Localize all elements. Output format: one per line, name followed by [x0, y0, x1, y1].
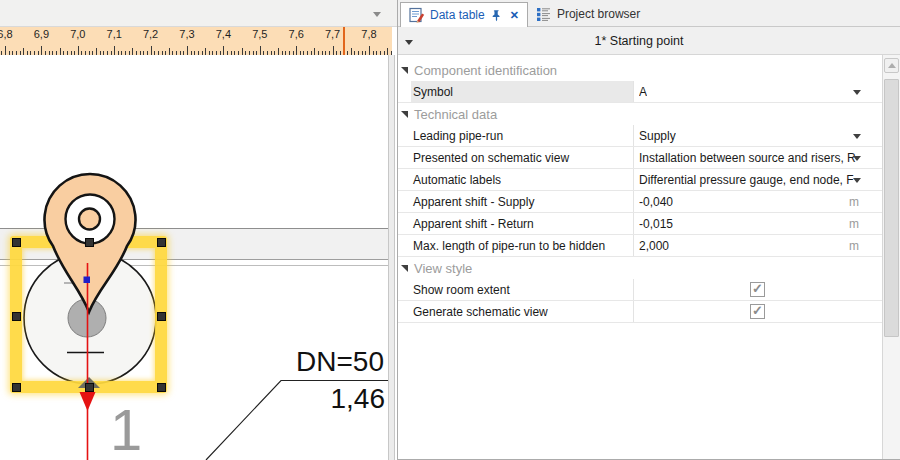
selection-header: 1* Starting point	[398, 27, 900, 55]
chevron-down-icon[interactable]	[853, 134, 861, 143]
chevron-down-icon[interactable]	[853, 90, 861, 99]
horizontal-ruler: 6,86,97,07,17,27,37,47,57,67,77,8	[0, 27, 392, 55]
property-value-dropdown[interactable]: Supply	[634, 125, 882, 146]
property-row-symbol: Symbol A	[398, 81, 882, 103]
section-component-identification[interactable]: Component identification	[398, 59, 882, 81]
property-value-checkbox-cell	[634, 279, 882, 300]
selection-handle[interactable]	[12, 383, 21, 392]
property-value-dropdown[interactable]: Differential pressure gauge, end node, F	[634, 169, 882, 190]
property-label[interactable]: Show room extent	[411, 279, 634, 300]
property-label[interactable]: Presented on schematic view	[411, 147, 634, 168]
property-row-automatic-labels: Automatic labels Differential pressure g…	[398, 169, 882, 191]
unit-label: m	[849, 239, 859, 253]
property-label[interactable]: Leading pipe-run	[411, 125, 634, 146]
property-value-dropdown[interactable]: A	[634, 81, 882, 102]
panel-tab-bar: Data table ✕ Project browser	[398, 0, 900, 27]
section-view-style[interactable]: View style	[398, 257, 882, 279]
selection-handle[interactable]	[157, 238, 166, 247]
property-label[interactable]: Generate schematic view	[411, 301, 634, 322]
node-number-label: 1	[110, 400, 142, 460]
chevron-down-icon[interactable]	[853, 156, 861, 165]
drawing-panel: 6,86,97,07,17,27,37,47,57,67,77,8	[0, 0, 397, 460]
collapse-icon[interactable]	[401, 67, 408, 74]
property-label[interactable]: Apparent shift - Supply	[411, 191, 634, 212]
properties-panel: Data table ✕ Project browser 1* Starting…	[397, 0, 900, 460]
property-grid: Component identification Symbol A Techni…	[398, 55, 900, 460]
project-browser-icon	[536, 6, 552, 22]
tab-data-table[interactable]: Data table ✕	[400, 2, 528, 27]
pin-icon[interactable]	[490, 9, 503, 22]
pipe-length-label: 1,46	[250, 384, 385, 414]
property-row-leading-pipe-run: Leading pipe-run Supply	[398, 125, 882, 147]
pin-dot	[79, 209, 100, 230]
property-row-max-length-hidden: Max. length of pipe-run to be hidden 2,0…	[398, 235, 882, 257]
scroll-up-button[interactable]	[884, 58, 899, 73]
grid-vertical-scrollbar[interactable]	[882, 55, 900, 459]
collapse-icon[interactable]	[401, 265, 408, 272]
property-label[interactable]: Automatic labels	[411, 169, 634, 190]
selection-handle[interactable]	[85, 383, 94, 392]
selection-handle[interactable]	[157, 383, 166, 392]
checkbox[interactable]	[750, 304, 765, 319]
canvas-toolbar	[0, 0, 397, 27]
selection-handle[interactable]	[85, 238, 94, 247]
pipe-arrowhead	[80, 392, 96, 411]
scroll-thumb[interactable]	[884, 79, 899, 337]
pipe-diameter-label: DN=50	[250, 347, 384, 377]
data-table-icon	[409, 7, 425, 23]
collapse-icon[interactable]	[401, 111, 408, 118]
property-label[interactable]: Apparent shift - Return	[411, 213, 634, 234]
tab-label: Data table	[430, 8, 485, 22]
property-row-apparent-shift-return: Apparent shift - Return -0,015 m	[398, 213, 882, 235]
toolbar-dropdown-icon[interactable]	[373, 12, 381, 21]
chevron-down-icon[interactable]	[853, 178, 861, 187]
ruler-cursor-line	[343, 27, 345, 55]
section-technical-data[interactable]: Technical data	[398, 103, 882, 125]
checkbox[interactable]	[750, 282, 765, 297]
selection-handle[interactable]	[12, 312, 21, 321]
property-value-dropdown[interactable]: Installation between source and risers, …	[634, 147, 882, 168]
unit-label: m	[849, 217, 859, 231]
property-value-field[interactable]: -0,040 m	[634, 191, 882, 212]
close-icon[interactable]: ✕	[510, 9, 519, 22]
app-window: 6,86,97,07,17,27,37,47,57,67,77,8	[0, 0, 900, 460]
property-value-checkbox-cell	[634, 301, 882, 322]
selection-handle[interactable]	[157, 312, 166, 321]
property-label[interactable]: Max. length of pipe-run to be hidden	[411, 235, 634, 256]
canvas-vertical-scrollbar[interactable]	[388, 55, 395, 460]
property-row-show-room-extent: Show room extent	[398, 279, 882, 301]
property-value-field[interactable]: -0,015 m	[634, 213, 882, 234]
unit-label: m	[849, 195, 859, 209]
drawing-canvas[interactable]: DN=50 1,46 1	[0, 55, 388, 460]
property-row-apparent-shift-supply: Apparent shift - Supply -0,040 m	[398, 191, 882, 213]
property-row-generate-schematic-view: Generate schematic view	[398, 301, 882, 323]
selection-handle[interactable]	[12, 238, 21, 247]
node-point[interactable]	[84, 277, 91, 284]
tab-label: Project browser	[557, 7, 640, 21]
property-row-presented-on-schematic-view: Presented on schematic view Installation…	[398, 147, 882, 169]
property-label[interactable]: Symbol	[411, 81, 634, 102]
tab-project-browser[interactable]: Project browser	[528, 2, 648, 26]
selected-object-title: 1* Starting point	[398, 34, 880, 48]
property-value-field[interactable]: 2,000 m	[634, 235, 882, 256]
